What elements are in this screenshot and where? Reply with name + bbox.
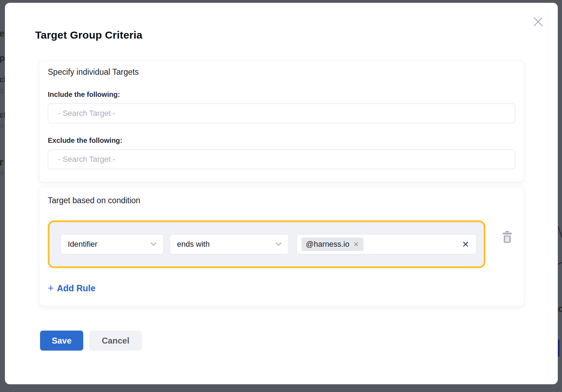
dialog-footer: Save Cancel	[40, 331, 524, 351]
individual-targets-heading: Specify individual Targets	[48, 67, 515, 77]
target-group-criteria-dialog: Target Group Criteria Specify individual…	[5, 3, 558, 384]
backdrop-text-fragment: o	[0, 87, 4, 94]
exclude-targets-search-input[interactable]	[48, 150, 515, 169]
condition-rule-row: Identifier ends with @harness.io ✕	[48, 220, 485, 268]
backdrop-text-fragment: o	[0, 169, 4, 176]
trash-icon	[502, 231, 512, 243]
value-tag: @harness.io ✕	[301, 238, 364, 251]
backdrop-text-fragment: cl	[0, 76, 5, 84]
add-rule-label: Add Rule	[57, 283, 96, 293]
backdrop-left-strip: er pe cl o cl o r o	[0, 0, 5, 392]
dialog-title: Target Group Criteria	[35, 28, 524, 42]
add-rule-button[interactable]: + Add Rule	[48, 283, 96, 293]
plus-icon: +	[48, 283, 54, 293]
backdrop-text-fragment: r	[0, 157, 4, 167]
values-multiselect-input[interactable]: @harness.io ✕ ✕	[296, 234, 477, 254]
backdrop-text-fragment: c	[558, 304, 562, 314]
delete-rule-button[interactable]	[502, 231, 512, 243]
backdrop-chart-line-fragment	[558, 226, 562, 270]
chevron-down-icon	[276, 242, 281, 246]
backdrop-text-fragment: er	[0, 29, 5, 38]
backdrop-bar-fragment	[558, 340, 560, 357]
include-label: Include the following:	[48, 90, 515, 99]
backdrop-text-fragment: cl	[0, 111, 5, 119]
clear-values-icon[interactable]: ✕	[462, 240, 469, 249]
operator-select[interactable]: ends with	[170, 234, 289, 254]
value-tag-text: @harness.io	[306, 240, 349, 249]
save-button[interactable]: Save	[40, 331, 83, 351]
close-icon[interactable]	[532, 16, 544, 27]
individual-targets-section: Specify individual Targets Include the f…	[39, 61, 524, 182]
condition-section: Target based on condition Identifier end…	[39, 187, 524, 306]
operator-select-value: ends with	[177, 240, 210, 249]
cancel-button[interactable]: Cancel	[89, 331, 142, 351]
attribute-select-value: Identifier	[68, 240, 97, 249]
exclude-label: Exclude the following:	[48, 136, 515, 145]
backdrop-right-strip: c	[558, 0, 562, 392]
tag-remove-icon[interactable]: ✕	[353, 241, 359, 248]
attribute-select[interactable]: Identifier	[60, 234, 164, 254]
include-targets-search-input[interactable]	[48, 104, 515, 123]
chevron-down-icon	[151, 242, 156, 246]
condition-heading: Target based on condition	[48, 195, 515, 206]
backdrop-text-fragment: o	[0, 122, 4, 129]
backdrop-text-fragment: pe	[0, 53, 5, 62]
